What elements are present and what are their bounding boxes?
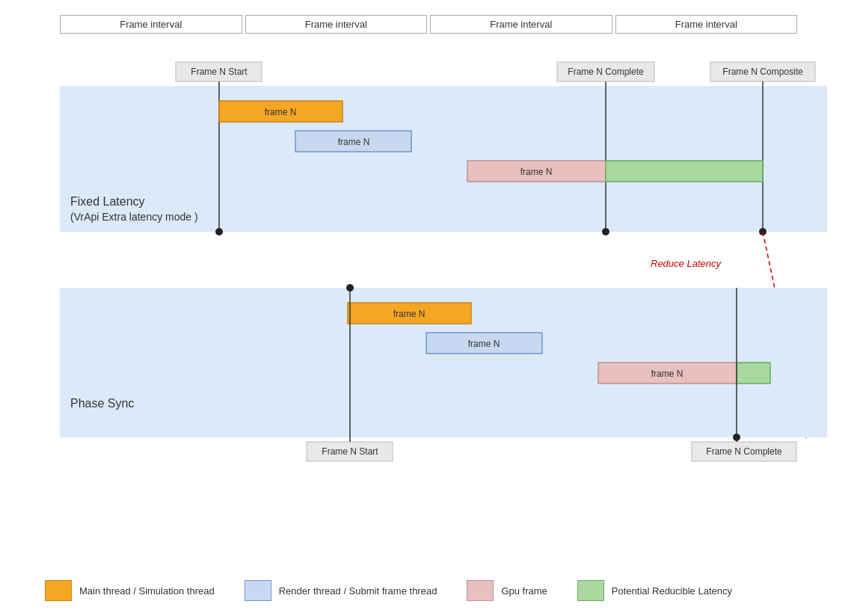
phase-orange-label: frame N bbox=[393, 309, 426, 319]
fixed-green-bar bbox=[606, 161, 763, 182]
dot-frame-n-start-bottom bbox=[346, 284, 354, 292]
fixed-latency-label-1: Fixed Latency bbox=[70, 195, 145, 208]
legend-box-blue bbox=[245, 580, 271, 601]
fixed-blue-label: frame N bbox=[338, 137, 370, 147]
frame-interval-2: Frame interval bbox=[245, 15, 428, 34]
legend-box-pink bbox=[467, 580, 494, 601]
frame-interval-3: Frame interval bbox=[430, 15, 612, 34]
phase-blue-label: frame N bbox=[468, 339, 500, 349]
fixed-latency-bg bbox=[60, 86, 827, 232]
phase-sync-label: Phase Sync bbox=[70, 397, 134, 410]
legend-item-main-thread: Main thread / Simulation thread bbox=[45, 580, 215, 601]
dot-frame-n-complete-bottom bbox=[733, 434, 740, 441]
phase-pink-label: frame N bbox=[651, 369, 684, 379]
legend: Main thread / Simulation thread Render t… bbox=[45, 580, 732, 601]
callout-frame-n-start-top-text: Frame N Start bbox=[191, 67, 248, 77]
legend-label-potential-latency: Potential Reducible Latency bbox=[612, 585, 732, 597]
fixed-pink-label: frame N bbox=[520, 167, 553, 177]
fixed-orange-label: frame N bbox=[265, 107, 297, 117]
legend-label-main-thread: Main thread / Simulation thread bbox=[79, 585, 215, 597]
frame-interval-1: Frame interval bbox=[60, 15, 242, 34]
frame-interval-4: Frame interval bbox=[615, 15, 798, 34]
frame-intervals-row: Frame interval Frame interval Frame inte… bbox=[60, 15, 797, 34]
callout-frame-n-complete-top-text: Frame N Complete bbox=[568, 67, 644, 77]
diagram-main: Fixed Latency (VrApi Extra latency mode … bbox=[60, 41, 797, 520]
dot-frame-n-complete-top bbox=[602, 228, 609, 235]
fixed-latency-label-2: (VrApi Extra latency mode ) bbox=[70, 211, 198, 223]
legend-label-gpu-frame: Gpu frame bbox=[501, 585, 547, 597]
reduce-latency-label: Reduce Latency bbox=[651, 258, 722, 269]
phase-green-bar bbox=[737, 363, 770, 384]
diagram-container: Frame interval Frame interval Frame inte… bbox=[0, 0, 857, 616]
legend-item-render-thread: Render thread / Submit frame thread bbox=[245, 580, 437, 601]
legend-box-green bbox=[577, 580, 604, 601]
callout-frame-n-complete-bottom-text: Frame N Complete bbox=[706, 446, 782, 457]
legend-item-potential-latency: Potential Reducible Latency bbox=[577, 580, 732, 601]
legend-label-render-thread: Render thread / Submit frame thread bbox=[279, 585, 437, 597]
callout-frame-n-composite-text: Frame N Composite bbox=[722, 67, 803, 77]
legend-box-orange bbox=[45, 580, 72, 601]
callout-frame-n-start-bottom-text: Frame N Start bbox=[322, 446, 378, 457]
dot-frame-n-start-top bbox=[215, 228, 223, 235]
legend-item-gpu-frame: Gpu frame bbox=[467, 580, 547, 601]
diagram-svg: Fixed Latency (VrApi Extra latency mode … bbox=[60, 41, 827, 520]
